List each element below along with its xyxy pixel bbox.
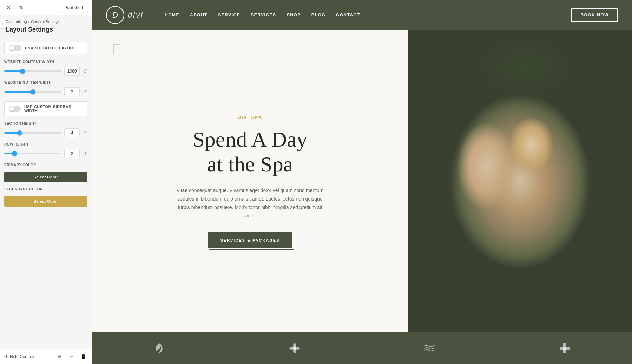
nav-shop[interactable]: SHOP	[287, 13, 301, 18]
preview-area: D divi HOME ABOUT SERVICE SERVICES SHOP …	[92, 0, 632, 364]
content-width-input[interactable]: 1080	[64, 67, 80, 76]
secondary-color-group: Secondary Color Select Color	[4, 187, 87, 207]
breadcrumb: Customizing › General Settings	[0, 15, 92, 25]
hero-content: DIVI SPA Spend A Day at the Spa Vitae co…	[176, 115, 324, 248]
row-height-slider-row: 2 ↺	[4, 149, 87, 158]
undo-redo-button[interactable]: ⇅	[16, 3, 26, 13]
book-now-button[interactable]: BOOK NOW	[571, 8, 618, 22]
secondary-color-label: Secondary Color	[4, 187, 87, 191]
hero-cta-button[interactable]: SERVICES & PACKAGES	[208, 232, 292, 248]
row-height-reset[interactable]: ↺	[83, 150, 87, 157]
svg-point-4	[293, 346, 296, 350]
mobile-icon[interactable]: 📱	[79, 352, 87, 361]
nav-services[interactable]: SERVICES	[251, 13, 276, 18]
gutter-width-label: Website Gutter Width	[4, 81, 87, 85]
gutter-width-slider[interactable]	[4, 91, 61, 93]
gutter-width-group: Website Gutter Width 3 ↺	[4, 81, 87, 96]
hero-body-text: Vitae consequat augue. Vivamus eget dolo…	[176, 187, 324, 220]
breadcrumb-general-settings[interactable]: General Settings	[31, 20, 60, 24]
desktop-icon[interactable]: 🖥	[55, 352, 64, 361]
gutter-width-slider-row: 3 ↺	[4, 87, 87, 96]
footer-icon-flower	[288, 342, 301, 355]
close-button[interactable]: ✕	[4, 3, 13, 13]
tablet-icon[interactable]: ▭	[67, 352, 75, 361]
nav-home[interactable]: HOME	[165, 13, 179, 18]
nav-contact[interactable]: CONTACT	[336, 13, 360, 18]
breadcrumb-customizing[interactable]: Customizing	[6, 20, 27, 24]
footer-icon-waves	[423, 342, 436, 355]
section-height-input[interactable]: 4	[64, 128, 80, 137]
nav-about[interactable]: ABOUT	[190, 13, 208, 18]
logo-circle: D	[106, 6, 124, 24]
panel-content-area: Enable Boxed Layout Website Content Widt…	[0, 38, 92, 349]
hero-eyebrow: DIVI SPA	[176, 115, 324, 120]
gutter-width-input[interactable]: 3	[64, 87, 80, 96]
section-height-slider[interactable]	[4, 132, 61, 134]
enable-boxed-toggle[interactable]	[9, 45, 21, 51]
hero-image	[408, 30, 632, 332]
gutter-width-reset[interactable]: ↺	[83, 88, 87, 95]
panel-title: Layout Settings	[0, 25, 92, 38]
content-width-slider[interactable]	[4, 70, 61, 72]
hide-controls-label[interactable]: 👁 Hide Controls	[4, 354, 35, 359]
custom-sidebar-row: Use Custom Sidebar Width	[4, 101, 87, 116]
site-navbar: D divi HOME ABOUT SERVICE SERVICES SHOP …	[92, 0, 632, 30]
cross-icon	[558, 342, 571, 355]
footer-strip	[92, 332, 632, 364]
footer-icon-cross	[558, 342, 571, 355]
section-height-group: Section Height 4 ↺	[4, 122, 87, 137]
primary-color-group: Primary Color Select Color	[4, 163, 87, 182]
panel-footer: 👁 Hide Controls 🖥 ▭ 📱	[0, 349, 92, 364]
row-height-group: Row Height 2 ↺	[4, 142, 87, 158]
content-width-slider-row: 1080 ↺	[4, 67, 87, 76]
custom-sidebar-label: Use Custom Sidebar Width	[24, 105, 83, 113]
portrait-simulation	[408, 30, 632, 332]
svg-rect-6	[560, 347, 570, 350]
hero-left-panel: DIVI SPA Spend A Day at the Spa Vitae co…	[92, 30, 408, 332]
enable-boxed-label: Enable Boxed Layout	[25, 46, 75, 50]
row-height-label: Row Height	[4, 142, 87, 146]
breadcrumb-separator: ›	[28, 20, 29, 24]
leaf-icon	[153, 342, 166, 355]
section-height-label: Section Height	[4, 122, 87, 126]
section-height-reset[interactable]: ↺	[83, 129, 87, 136]
toggle-knob-sidebar	[9, 106, 14, 111]
panel-topbar: ✕ ⇅ Published	[0, 0, 92, 15]
primary-color-label: Primary Color	[4, 163, 87, 167]
section-height-slider-row: 4 ↺	[4, 128, 87, 137]
row-height-slider[interactable]	[4, 153, 61, 154]
published-button[interactable]: Published	[59, 4, 88, 12]
hero-section: DIVI SPA Spend A Day at the Spa Vitae co…	[92, 30, 632, 332]
content-width-reset[interactable]: ↺	[83, 68, 87, 75]
enable-boxed-layout-row: Enable Boxed Layout	[4, 42, 87, 54]
eye-icon: 👁	[4, 354, 8, 359]
site-nav: HOME ABOUT SERVICE SERVICES SHOP BLOG CO…	[165, 13, 360, 18]
hero-image-overlay	[408, 30, 632, 332]
site-logo: D divi	[106, 6, 144, 24]
content-width-label: Website Content Width	[4, 60, 87, 64]
flower-icon	[288, 342, 301, 355]
nav-service[interactable]: SERVICE	[218, 13, 240, 18]
hero-title: Spend A Day at the Spa	[176, 127, 324, 177]
primary-color-button[interactable]: Select Color	[4, 172, 87, 182]
footer-icon-leaf	[153, 342, 166, 355]
row-height-input[interactable]: 2	[64, 149, 80, 158]
secondary-color-button[interactable]: Select Color	[4, 196, 87, 207]
custom-sidebar-toggle[interactable]	[9, 106, 21, 112]
customizer-panel: ✕ ⇅ Published ‹ Customizing › General Se…	[0, 0, 92, 364]
waves-icon	[423, 342, 436, 355]
footer-device-icons: 🖥 ▭ 📱	[55, 352, 87, 361]
toggle-knob	[9, 46, 14, 50]
decorative-bracket	[113, 44, 120, 55]
nav-blog[interactable]: BLOG	[311, 13, 326, 18]
content-width-group: Website Content Width 1080 ↺	[4, 60, 87, 76]
logo-text: divi	[128, 11, 144, 20]
back-button[interactable]: ‹	[0, 19, 6, 29]
